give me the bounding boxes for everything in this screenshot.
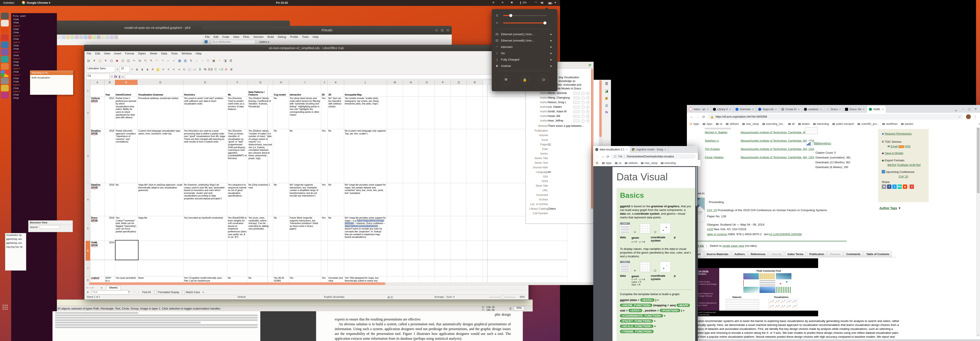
- calc-format-icon[interactable]: ▭: [192, 67, 197, 72]
- list-item[interactable]: Visualisation Sp: [5, 233, 26, 237]
- cell-F2[interactable]: Yes (Decision Tree) to predict vizlet vo…: [227, 97, 248, 129]
- acmref-link[interactable]: ACM Ref: [909, 163, 921, 167]
- calc-toolbar-icon[interactable]: ▼: [103, 58, 108, 63]
- acm-tab[interactable]: Cited By: [769, 251, 784, 257]
- status-selection-mode-icon[interactable]: ▣ ▤: [387, 295, 393, 298]
- author-switch[interactable]: [573, 92, 579, 95]
- sidebar-settings-icon[interactable]: ☰: [602, 81, 611, 86]
- cell-I2[interactable]: Yes (drop down boxes and multi-select bo…: [289, 97, 321, 129]
- row-header-3[interactable]: 3: [86, 129, 90, 183]
- yed-tool-icon[interactable]: [101, 35, 105, 39]
- author-switch[interactable]: [573, 97, 579, 99]
- affiliation-link[interactable]: Massachusetts Institute of Technology, C…: [741, 156, 815, 159]
- cell-P7[interactable]: [435, 261, 451, 276]
- column-header-I[interactable]: I: [289, 80, 321, 85]
- notes-tray-icon[interactable]: ✎: [501, 1, 504, 4]
- tab-close-icon[interactable]: ✕: [775, 108, 777, 111]
- column-header-Q[interactable]: Q: [451, 80, 467, 85]
- bookmark-star-icon[interactable]: ☆: [958, 115, 961, 119]
- items-list-panel[interactable]: Visualisation Spggplot(mpg, aesggplot(mp…: [5, 233, 26, 271]
- bibliometrics-link[interactable]: Bibliometrics: [814, 142, 831, 145]
- yed-canvas[interactable]: [50, 300, 533, 306]
- tab-close-icon[interactable]: ✕: [706, 108, 708, 111]
- cell-B3[interactable]: 2018: [105, 129, 115, 183]
- tab-close-icon[interactable]: ✕: [664, 148, 666, 151]
- cell-R5[interactable]: [467, 216, 483, 241]
- settings-button[interactable]: ⚒: [501, 75, 511, 84]
- cell-B6[interactable]: 2019: [105, 241, 115, 260]
- calc-toolbar-icon[interactable]: ↷: [160, 58, 165, 63]
- cell-G8[interactable]: No: [248, 276, 273, 282]
- cell-J6[interactable]: [321, 241, 328, 260]
- dock-app-icon[interactable]: [1, 85, 9, 91]
- author-switch[interactable]: [573, 110, 579, 113]
- cell-N3[interactable]: [403, 129, 419, 183]
- affiliation-link[interactable]: Massachusetts Institute of Technology, C…: [741, 131, 815, 134]
- browser-tab[interactable]: Draco: Re ✕: [843, 106, 867, 113]
- cell-J8[interactable]: Yes: [321, 276, 328, 282]
- cell-L5[interactable]: No* (vega-lite provides some support for…: [344, 216, 387, 241]
- rstudio-menu-item[interactable]: Build: [267, 35, 274, 38]
- cell-C8[interactable]: Yes (user-provided): [115, 276, 138, 282]
- sticky-note-body[interactable]: draft visualization: [30, 75, 73, 80]
- remove-author-button[interactable]: −: [581, 101, 585, 104]
- row-header-7[interactable]: 7: [86, 261, 90, 276]
- cell-K7[interactable]: [328, 261, 344, 276]
- show-applications-icon[interactable]: [2, 304, 8, 310]
- calc-toolbar-icon[interactable]: ◳: [109, 58, 114, 63]
- calc-format-icon[interactable]: a: [135, 67, 139, 72]
- cell-H6[interactable]: [273, 241, 289, 260]
- cell-G5[interactable]: Yes (num_rows, cardinality, extent, entr…: [248, 216, 273, 241]
- browser-tab[interactable]: uwdata/c ✕: [802, 106, 824, 113]
- bookmark-item[interactable]: mac_setup: [641, 162, 657, 165]
- cell-G1[interactable]: Data Patterns / Features: [248, 85, 273, 97]
- zoom-percent[interactable]: 90%: [520, 295, 525, 298]
- cell-Q1[interactable]: [451, 85, 467, 97]
- cell-O3[interactable]: [419, 129, 435, 183]
- calc-toolbar-icon[interactable]: ⧉: [137, 58, 142, 63]
- cell-M8[interactable]: [387, 276, 403, 282]
- lock-button[interactable]: 🔒: [520, 75, 530, 84]
- cell-A2[interactable]: VizDeck (2012): [90, 97, 105, 129]
- yed-tool-icon[interactable]: [75, 35, 79, 39]
- cell-O6[interactable]: [419, 241, 435, 260]
- column-header-C[interactable]: C: [115, 80, 138, 85]
- acm-link[interactable]: ACM: [707, 228, 713, 231]
- cell-N6[interactable]: [403, 241, 419, 260]
- calc-format-icon[interactable]: +.0: [218, 67, 223, 72]
- calc-format-icon[interactable]: ≣: [229, 67, 234, 72]
- calc-menu-item[interactable]: Window: [181, 52, 192, 55]
- reddit-icon[interactable]: ø: [903, 184, 907, 189]
- rstudio-menu-item[interactable]: View: [233, 35, 239, 38]
- zotero-scrollbar[interactable]: [591, 69, 593, 209]
- cell-N2[interactable]: [403, 97, 419, 129]
- author-link[interactable]: Stephen Li: [705, 139, 740, 142]
- calc-toolbar-icon[interactable]: ✂: [132, 58, 137, 63]
- cell-F6[interactable]: [227, 241, 248, 260]
- calc-menu-item[interactable]: Data: [161, 52, 167, 55]
- cell-N8[interactable]: [403, 276, 419, 282]
- cell-M6[interactable]: [387, 241, 403, 260]
- author-switch[interactable]: [573, 106, 579, 108]
- cell-M5[interactable]: [387, 216, 403, 241]
- cell-I8[interactable]: Yes: [289, 276, 321, 282]
- name-box[interactable]: C6: [86, 74, 110, 80]
- cell-R7[interactable]: [467, 261, 483, 276]
- author-name[interactable]: Nelson, Greg L: [548, 101, 566, 104]
- column-header-R[interactable]: R: [467, 80, 483, 85]
- battery-icon[interactable]: [548, 2, 552, 5]
- cell-F4[interactable]: Yes (sequence-to-sequence) trained on se…: [227, 183, 248, 216]
- structure-panel[interactable]: Structure View Search: [28, 220, 73, 232]
- cell-H8[interactable]: Yes (KLM-GOMS: [273, 276, 289, 282]
- selected-cell-C6[interactable]: [115, 240, 138, 260]
- cell-M4[interactable]: [387, 183, 403, 216]
- twitter-icon[interactable]: t: [892, 184, 897, 189]
- cell-M3[interactable]: [387, 129, 403, 183]
- calc-toolbar-icon[interactable]: ▤: [86, 58, 91, 63]
- cell-J5[interactable]: Yes: [321, 216, 328, 241]
- author-name[interactable]: Howe, Bill: [548, 114, 560, 117]
- bookmark-item[interactable]: afl: [788, 122, 795, 125]
- cell-B4[interactable]: 2018: [105, 183, 115, 216]
- info-icon[interactable]: ⓘ: [614, 155, 616, 159]
- share-email-icon[interactable]: ✉: [882, 184, 886, 189]
